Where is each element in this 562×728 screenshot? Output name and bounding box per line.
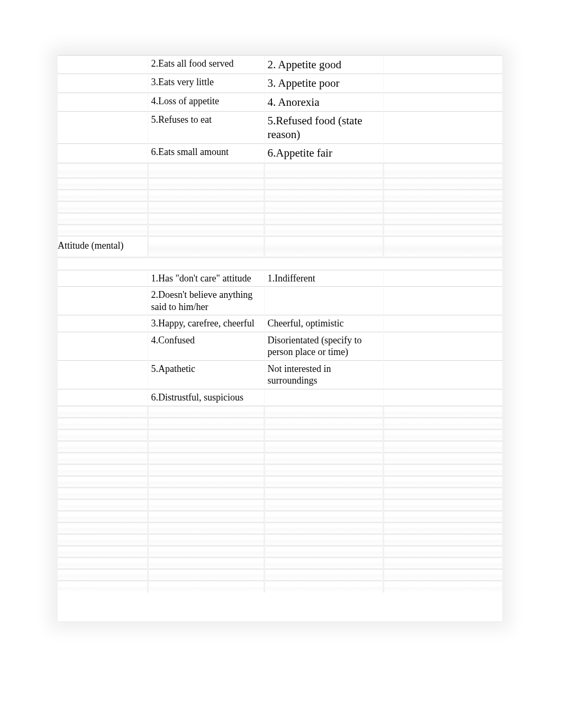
blurred-cell [58, 189, 148, 201]
medical-term-cell: Not interested in surroundings [264, 360, 383, 389]
medical-term-cell: Disorientated (specify to person place o… [264, 332, 383, 360]
blurred-cell [58, 581, 148, 593]
blurred-cell [264, 406, 383, 418]
blurred-row [58, 441, 502, 453]
empty-cell [383, 332, 502, 360]
blurred-cell [58, 534, 148, 546]
empty-cell [383, 315, 502, 332]
lay-term-cell: 2.Doesn't believe anything said to him/h… [148, 287, 264, 315]
blurred-row [58, 511, 502, 523]
blurred-cell [148, 534, 264, 546]
blurred-row [58, 213, 502, 224]
blurred-cell [58, 163, 148, 178]
empty-cell [383, 287, 502, 315]
blurred-cell [148, 569, 264, 581]
blurred-cell [264, 499, 383, 511]
row-label-cell [58, 74, 148, 93]
blurred-cell [148, 418, 264, 430]
table-row: 3.Happy, carefree, cheerfulCheerful, opt… [58, 315, 502, 332]
blurred-cell [58, 511, 148, 523]
blurred-row [58, 465, 502, 476]
lay-term-cell: 5.Refuses to eat [148, 111, 264, 144]
blurred-cell [58, 441, 148, 453]
lay-term-cell: 3.Happy, carefree, cheerful [148, 315, 264, 332]
medical-term-cell [264, 389, 383, 406]
blurred-cell [148, 213, 264, 224]
blurred-cell [383, 201, 502, 213]
blurred-cell [264, 418, 383, 430]
blurred-cell [148, 178, 264, 189]
empty-cell [383, 56, 502, 74]
blurred-cell [383, 189, 502, 201]
blurred-cell [383, 213, 502, 224]
medical-term-cell: 5.Refused food (state reason) [264, 111, 383, 144]
row-label-cell [58, 93, 148, 111]
blurred-cell [264, 201, 383, 213]
row-label-cell [58, 287, 148, 315]
blurred-cell [383, 511, 502, 523]
blurred-cell [148, 465, 264, 476]
blurred-row [58, 163, 502, 178]
blurred-cell [58, 453, 148, 465]
empty-cell [383, 144, 502, 163]
blurred-cell [58, 488, 148, 499]
blurred-cell [148, 236, 264, 257]
blurred-cell [264, 488, 383, 499]
empty-cell [383, 360, 502, 389]
blurred-row [58, 546, 502, 558]
blurred-cell [264, 189, 383, 201]
blurred-cell [264, 213, 383, 224]
table-row: 2.Eats all food served2. Appetite good [58, 56, 502, 74]
blurred-cell [264, 558, 383, 569]
blurred-cell [383, 476, 502, 488]
blurred-cell [58, 499, 148, 511]
blurred-cell [148, 581, 264, 593]
row-label-cell [58, 56, 148, 74]
row-label-cell [58, 270, 148, 287]
blurred-cell [383, 523, 502, 534]
blurred-row [58, 224, 502, 236]
blurred-cell [148, 201, 264, 213]
blurred-cell [383, 534, 502, 546]
medical-term-cell: 2. Appetite good [264, 56, 383, 74]
lay-term-cell: 3.Eats very little [148, 74, 264, 93]
blurred-cell [148, 257, 264, 270]
lay-term-cell: 5.Apathetic [148, 360, 264, 389]
blurred-cell [383, 224, 502, 236]
blurred-row [58, 569, 502, 581]
blurred-cell [383, 581, 502, 593]
document-page: 2.Eats all food served2. Appetite good3.… [58, 55, 502, 593]
blurred-cell [383, 499, 502, 511]
blurred-cell [383, 465, 502, 476]
blurred-cell [264, 430, 383, 441]
empty-cell [383, 270, 502, 287]
lay-term-cell: 6.Eats small amount [148, 144, 264, 163]
blurred-cell [264, 476, 383, 488]
blurred-cell [383, 236, 502, 257]
medical-term-cell [264, 287, 383, 315]
blurred-cell [148, 499, 264, 511]
lay-term-cell: 6.Distrustful, suspicious [148, 389, 264, 406]
blurred-cell [383, 418, 502, 430]
blurred-cell [264, 465, 383, 476]
blurred-cell [264, 581, 383, 593]
blurred-cell [148, 523, 264, 534]
blurred-cell [264, 441, 383, 453]
blurred-row [58, 418, 502, 430]
blurred-row [58, 476, 502, 488]
blurred-cell [264, 163, 383, 178]
blurred-cell [58, 465, 148, 476]
blurred-cell [148, 476, 264, 488]
row-label-cell [58, 332, 148, 360]
medical-term-cell: Cheerful, optimistic [264, 315, 383, 332]
blurred-cell [58, 224, 148, 236]
blurred-row [58, 178, 502, 189]
blurred-row [58, 406, 502, 418]
blurred-cell [58, 201, 148, 213]
blurred-row [58, 488, 502, 499]
row-label-cell [58, 111, 148, 144]
blurred-cell [383, 558, 502, 569]
blurred-cell [264, 534, 383, 546]
table-row: 2.Doesn't believe anything said to him/h… [58, 287, 502, 315]
blurred-cell [264, 569, 383, 581]
